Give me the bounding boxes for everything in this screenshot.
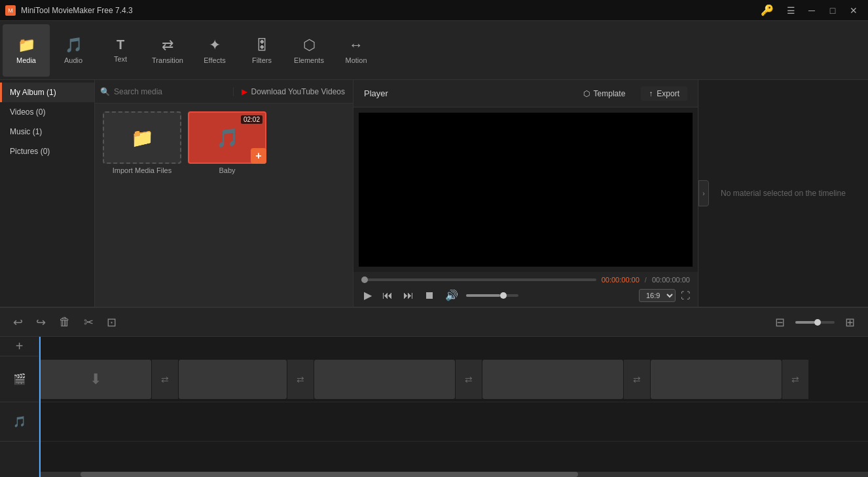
import-media-thumb: 📁 — [103, 111, 181, 164]
timeline-transition-2[interactable]: ⇄ — [287, 360, 314, 399]
audio-track-icon[interactable]: 🎵 — [0, 402, 39, 442]
zoom-fill — [795, 321, 815, 324]
properties-panel: › No material selected on the timeline — [698, 80, 868, 307]
fullscreen-button[interactable]: ⛶ — [681, 290, 690, 301]
zoom-in-icon[interactable]: ⊞ — [840, 313, 860, 332]
player-area: Player ⬡ Template ↑ Export — [353, 80, 868, 307]
audio-track-row — [39, 402, 868, 442]
zoom-thumb — [814, 319, 821, 326]
undo-button[interactable]: ↩ — [8, 313, 28, 332]
add-to-timeline-button[interactable]: + — [251, 148, 266, 164]
film-icon: 🎬 — [13, 373, 26, 385]
text-icon: T — [117, 37, 124, 52]
toolbar-item-audio[interactable]: 🎵 Audio — [50, 24, 97, 77]
vol-track — [466, 294, 518, 297]
youtube-icon: ▶ — [242, 87, 247, 96]
left-panel: My Album (1) Videos (0) Music (1) Pictur… — [0, 80, 353, 307]
timeline-clip-5[interactable] — [651, 360, 782, 399]
zoom-controls: ⊟ ⊞ — [770, 313, 860, 332]
timeline-clip-4[interactable] — [482, 360, 623, 399]
menu-button[interactable]: ☰ — [782, 4, 800, 17]
music-track-icon: 🎵 — [13, 415, 26, 428]
video-area — [359, 113, 693, 267]
zoom-slider[interactable] — [795, 321, 835, 324]
timeline-scrollbar[interactable] — [39, 472, 868, 477]
no-material-text: No material selected on the timeline — [708, 176, 859, 211]
toolbar-item-effects[interactable]: ✦ Effects — [191, 24, 238, 77]
close-button[interactable]: ✕ — [844, 4, 863, 17]
skip-forward-button[interactable]: ⏭ — [401, 288, 416, 303]
filters-label: Filters — [252, 56, 272, 64]
timeline-transition-3[interactable]: ⇄ — [456, 360, 482, 399]
baby-media-item[interactable]: 🎵 02:02 + Baby — [188, 111, 266, 174]
timeline-transition-4[interactable]: ⇄ — [624, 360, 650, 399]
export-button[interactable]: ↑ Export — [641, 86, 687, 101]
transition-icon-5: ⇄ — [791, 374, 799, 385]
timeline-section: ↩ ↪ 🗑 ✂ ⊡ ⊟ ⊞ + — [0, 307, 868, 477]
aspect-ratio-select[interactable]: 16:9 9:16 4:3 1:1 — [639, 289, 676, 302]
video-track-icon[interactable]: 🎬 — [0, 356, 39, 402]
skip-back-button[interactable]: ⏮ — [380, 288, 395, 303]
key-icon: 🔑 — [761, 4, 774, 16]
sidebar-item-videos[interactable]: Videos (0) — [0, 102, 94, 122]
app-title: MiniTool MovieMaker Free 7.4.3 — [21, 6, 755, 15]
import-media-item[interactable]: 📁 Import Media Files — [103, 111, 181, 174]
motion-label: Motion — [345, 56, 367, 64]
download-clip-icon: ⬇ — [90, 371, 101, 388]
toolbar-item-text[interactable]: T Text — [97, 24, 144, 77]
stop-button[interactable]: ⏹ — [422, 288, 437, 303]
sidebar-item-pictures[interactable]: Pictures (0) — [0, 142, 94, 161]
minimize-button[interactable]: ─ — [803, 4, 821, 17]
collapse-button[interactable]: › — [698, 180, 709, 206]
zoom-track — [795, 321, 835, 324]
download-youtube-button[interactable]: ▶ Download YouTube Videos — [234, 87, 353, 96]
timeline-transition-5[interactable]: ⇄ — [782, 360, 808, 399]
duration-badge: 02:02 — [241, 115, 262, 124]
toolbar-item-media[interactable]: 📁 Media — [3, 24, 50, 77]
baby-media-thumb: 🎵 02:02 + — [188, 111, 266, 164]
play-button[interactable]: ▶ — [361, 288, 374, 303]
zoom-out-icon[interactable]: ⊟ — [770, 313, 790, 332]
add-track-button[interactable]: + — [0, 337, 39, 356]
toolbar-item-transition[interactable]: ⇄ Transition — [144, 24, 191, 77]
transition-icon: ⇄ — [162, 37, 173, 54]
search-input[interactable] — [114, 87, 228, 96]
playhead[interactable] — [39, 337, 41, 477]
timeline: + 🎬 🎵 ⬇ — [0, 337, 868, 477]
search-box: 🔍 — [95, 87, 234, 96]
player-title: Player — [364, 88, 568, 98]
media-icon: 📁 — [18, 37, 35, 54]
cut-button[interactable]: ✂ — [79, 313, 99, 332]
delete-button[interactable]: 🗑 — [54, 313, 76, 332]
toolbar-item-filters[interactable]: 🎛 Filters — [238, 24, 285, 77]
toolbar-item-elements[interactable]: ⬡ Elements — [285, 24, 333, 77]
timeline-transition-1[interactable]: ⇄ — [152, 360, 178, 399]
titlebar: M MiniTool MovieMaker Free 7.4.3 🔑 ☰ ─ □… — [0, 0, 868, 21]
redo-button[interactable]: ↪ — [31, 313, 51, 332]
content-area: My Album (1) Videos (0) Music (1) Pictur… — [0, 80, 868, 307]
crop-button[interactable]: ⊡ — [101, 313, 122, 332]
progress-track[interactable] — [361, 278, 596, 281]
toolbar-item-motion[interactable]: ↔ Motion — [333, 24, 380, 77]
elements-icon: ⬡ — [303, 37, 316, 54]
time-current: 00:00:00:00 — [602, 276, 640, 284]
template-button[interactable]: ⬡ Template — [575, 86, 634, 101]
motion-icon: ↔ — [349, 37, 363, 54]
timeline-clip-3[interactable] — [314, 360, 455, 399]
window-controls: ☰ ─ □ ✕ — [782, 4, 863, 17]
player-and-props: Player ⬡ Template ↑ Export — [353, 80, 868, 307]
volume-slider[interactable] — [466, 294, 634, 297]
vol-fill — [466, 294, 500, 297]
download-label: Download YouTube Videos — [251, 87, 345, 96]
app-icon: M — [5, 5, 16, 16]
timeline-clip-1[interactable]: ⬇ — [40, 360, 151, 399]
sidebar-item-my-album[interactable]: My Album (1) — [0, 83, 94, 102]
export-icon: ↑ — [649, 89, 653, 98]
audio-label: Audio — [64, 56, 82, 64]
template-label: Template — [594, 89, 626, 98]
maximize-button[interactable]: □ — [823, 4, 842, 17]
sidebar-item-music[interactable]: Music (1) — [0, 122, 94, 142]
volume-icon[interactable]: 🔊 — [443, 288, 461, 303]
import-media-label: Import Media Files — [113, 166, 172, 174]
timeline-clip-2[interactable] — [179, 360, 287, 399]
